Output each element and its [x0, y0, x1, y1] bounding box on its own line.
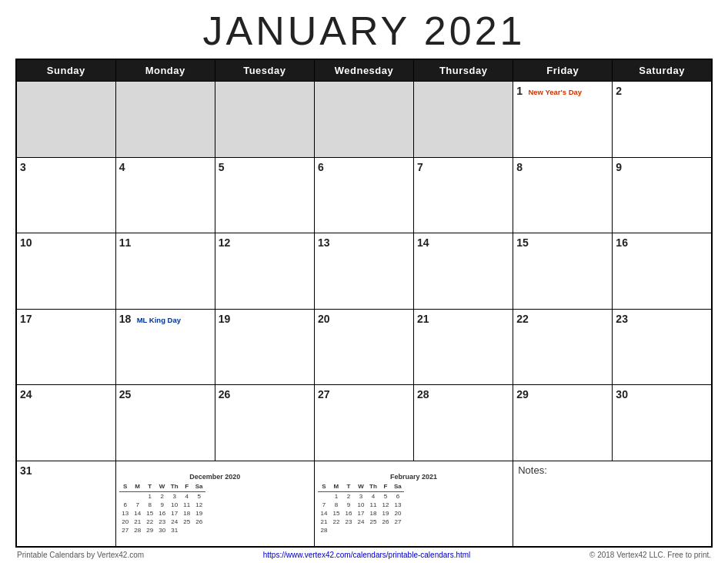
- day-cell-15: 15: [513, 233, 613, 310]
- date-number: 14: [417, 236, 429, 249]
- date-number: 8: [516, 161, 523, 173]
- header-tuesday: Tuesday: [215, 59, 314, 82]
- date-number: 2: [616, 85, 622, 97]
- date-number: 13: [318, 236, 330, 249]
- day-cell-9: 9: [613, 157, 712, 233]
- day-cell-27: 27: [314, 385, 413, 461]
- date-number: 24: [20, 388, 32, 400]
- day-cell-26: 26: [215, 385, 314, 461]
- day-cell-1: 1 New Year's Day: [513, 82, 613, 158]
- date-number: 20: [318, 313, 330, 325]
- day-cell-29: 29: [513, 385, 613, 461]
- day-cell-12: 12: [215, 233, 314, 310]
- date-number: 5: [219, 161, 225, 173]
- day-cell-21: 21: [414, 309, 513, 385]
- header-sunday: Sunday: [16, 59, 115, 82]
- date-number: 18: [119, 313, 132, 325]
- day-cell-6: 6: [314, 157, 413, 233]
- mini-feb-cell: February 2021SMTWThFSa123456789101112131…: [314, 461, 513, 547]
- day-cell-23: 23: [613, 309, 712, 385]
- footer-right: © 2018 Vertex42 LLC. Free to print.: [589, 551, 711, 559]
- week-row-1: 3456789: [16, 157, 712, 233]
- date-number: 15: [516, 236, 529, 249]
- date-number: 31: [20, 464, 32, 477]
- calendar-title: JANUARY 2021: [203, 8, 526, 54]
- week-row-3: 1718 ML King Day1920212223: [16, 309, 712, 385]
- day-cell-19: 19: [215, 309, 314, 385]
- holiday-label: ML King Day: [137, 316, 181, 324]
- date-number: 27: [318, 388, 330, 400]
- day-cell-13: 13: [314, 233, 413, 310]
- day-cell-20: 20: [314, 309, 413, 385]
- day-cell-2: 2: [613, 82, 712, 158]
- day-cell-11: 11: [115, 233, 215, 310]
- date-number: 21: [417, 313, 429, 325]
- date-number: 6: [318, 161, 324, 173]
- date-number: 16: [616, 236, 628, 249]
- date-number: 7: [417, 161, 423, 173]
- date-number: 9: [616, 161, 622, 173]
- footer-link[interactable]: https://www.vertex42.com/calendars/print…: [263, 551, 471, 559]
- day-cell-empty-4: [414, 82, 513, 158]
- date-number: 4: [119, 161, 125, 173]
- day-cell-8: 8: [513, 157, 613, 233]
- date-number: 3: [20, 161, 26, 173]
- day-cell-14: 14: [414, 233, 513, 310]
- header-thursday: Thursday: [414, 59, 513, 82]
- date-number: 23: [616, 313, 628, 325]
- day-cell-empty-0: [16, 82, 115, 158]
- calendar-body: 1 New Year's Day234567891011121314151617…: [16, 82, 712, 548]
- week-row-0: 1 New Year's Day2: [16, 82, 712, 158]
- day-cell-empty-2: [215, 82, 314, 158]
- date-number: 28: [417, 388, 429, 400]
- header-monday: Monday: [115, 59, 215, 82]
- date-number: 11: [119, 236, 132, 249]
- calendar-header-row: SundayMondayTuesdayWednesdayThursdayFrid…: [16, 59, 712, 82]
- day-cell-30: 30: [613, 385, 712, 461]
- header-friday: Friday: [513, 59, 613, 82]
- day-cell-25: 25: [115, 385, 215, 461]
- date-number: 12: [219, 236, 231, 249]
- date-number: 19: [219, 313, 231, 325]
- day-cell-10: 10: [16, 233, 115, 310]
- week-row-2: 10111213141516: [16, 233, 712, 310]
- day-cell-24: 24: [16, 385, 115, 461]
- notes-cell: Notes:: [513, 461, 712, 547]
- day-cell-empty-3: [314, 82, 413, 158]
- day-cell-17: 17: [16, 309, 115, 385]
- date-number: 10: [20, 236, 32, 249]
- week-row-5: 31December 2020SMTWThFSa1234567891011121…: [16, 461, 712, 547]
- notes-label: Notes:: [518, 464, 547, 476]
- date-number: 30: [616, 388, 628, 400]
- week-row-4: 24252627282930: [16, 385, 712, 461]
- day-cell-7: 7: [414, 157, 513, 233]
- day-cell-22: 22: [513, 309, 613, 385]
- day-cell-18: 18 ML King Day: [115, 309, 215, 385]
- date-number: 26: [219, 388, 231, 400]
- day-cell-4: 4: [115, 157, 215, 233]
- holiday-label: New Year's Day: [528, 88, 582, 96]
- date-number: 29: [516, 388, 529, 400]
- date-number: 17: [20, 313, 32, 325]
- day-cell-5: 5: [215, 157, 314, 233]
- mini-dec-cell: December 2020SMTWThFSa123456789101112131…: [115, 461, 314, 547]
- footer-left: Printable Calendars by Vertex42.com: [17, 551, 144, 559]
- calendar-table: SundayMondayTuesdayWednesdayThursdayFrid…: [15, 59, 713, 548]
- date-number: 1: [516, 85, 523, 97]
- day-cell-16: 16: [613, 233, 712, 310]
- header-saturday: Saturday: [613, 59, 712, 82]
- date-number: 22: [516, 313, 529, 325]
- date-number: 25: [119, 388, 132, 400]
- calendar-footer: Printable Calendars by Vertex42.com http…: [15, 551, 713, 559]
- day-31: 31: [16, 461, 115, 547]
- header-wednesday: Wednesday: [314, 59, 413, 82]
- day-cell-3: 3: [16, 157, 115, 233]
- day-cell-empty-1: [115, 82, 215, 158]
- day-cell-28: 28: [414, 385, 513, 461]
